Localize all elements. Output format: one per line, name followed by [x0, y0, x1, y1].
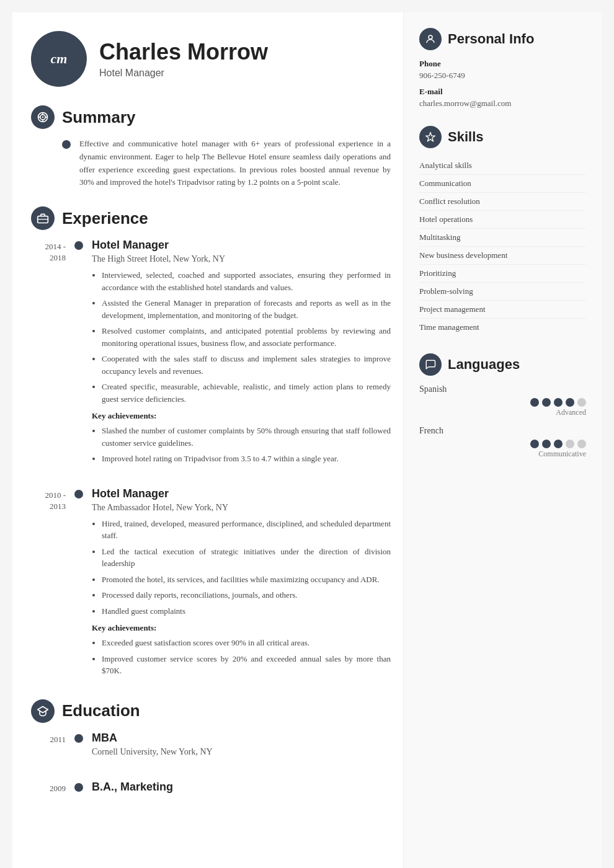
target-icon [37, 111, 49, 123]
graduation-cap-icon [37, 705, 49, 717]
summary-header: Summary [31, 105, 391, 129]
summary-title: Summary [62, 108, 136, 127]
avatar-initials: cm [51, 51, 68, 67]
dot-empty [577, 398, 586, 407]
exp2-achievements-label: Key achievements: [92, 623, 391, 633]
resume-page: cm Charles Morrow Hotel Manager [12, 12, 602, 868]
language-dots [419, 440, 586, 448]
languages-list: SpanishAdvancedFrenchCommunicative [419, 384, 586, 459]
experience-title: Experience [62, 209, 148, 228]
right-column: Personal Info Phone 906-250-6749 E-mail … [403, 12, 602, 868]
dot-filled [542, 440, 551, 448]
job-title: Hotel Manager [99, 68, 268, 79]
edu1-title: MBA [92, 732, 391, 745]
svg-point-2 [42, 117, 44, 118]
exp2-bullet-2: Led the tactical execution of strategic … [102, 546, 391, 570]
email-value: charles.morrow@gmail.com [419, 99, 586, 108]
exp2-content: Hotel Manager The Ambassador Hotel, New … [92, 487, 391, 681]
education-title: Education [62, 701, 140, 720]
language-level: Advanced [419, 408, 586, 417]
dot-filled [542, 398, 551, 407]
exp1-bullet-4: Cooperated with the sales staff to discu… [102, 353, 391, 377]
email-label: E-mail [419, 87, 586, 97]
speech-icon [425, 359, 436, 370]
experience-item-1: 2014 - 2018 Hotel Manager The High Stree… [31, 239, 391, 469]
skill-item: Hotel operations [419, 211, 586, 229]
dot-empty [566, 440, 574, 448]
person-icon [425, 33, 436, 45]
exp2-achievements: Exceeded guest satisfaction scores over … [92, 637, 391, 677]
skill-item: Analytical skills [419, 157, 586, 175]
personal-info-title: Personal Info [448, 31, 534, 47]
skills-header: Skills [419, 126, 586, 148]
language-name: Spanish [419, 384, 586, 394]
star-icon [425, 131, 436, 143]
languages-title: Languages [448, 356, 520, 373]
skill-item: Prioritizing [419, 265, 586, 283]
exp2-bullet-4: Processed daily reports, reconciliations… [102, 589, 391, 601]
exp1-bullet-2: Assisted the General Manager in preparat… [102, 297, 391, 321]
full-name: Charles Morrow [99, 39, 268, 65]
exp1-bullets: Interviewed, selected, coached and suppo… [92, 269, 391, 405]
summary-text: Effective and communicative hotel manage… [79, 138, 391, 189]
dot-filled [530, 398, 539, 407]
exp2-bullet-3: Promoted the hotel, its services, and fa… [102, 574, 391, 586]
svg-point-10 [429, 35, 432, 39]
edu1-dot [74, 734, 83, 743]
edu2-content: B.A., Marketing [92, 781, 391, 796]
skill-item: Time management [419, 319, 586, 336]
education-item-1: 2011 MBA Cornell University, New York, N… [31, 732, 391, 762]
exp2-company: The Ambassador Hotel, New York, NY [92, 503, 391, 513]
exp1-bullet-3: Resolved customer complaints, and antici… [102, 325, 391, 349]
skill-item: Conflict resolution [419, 193, 586, 211]
language-item: FrenchCommunicative [419, 426, 586, 459]
exp2-bullets: Hired, trained, developed, measured perf… [92, 518, 391, 618]
exp1-bullet-5: Created specific, measurable, achievable… [102, 381, 391, 405]
edu1-content: MBA Cornell University, New York, NY [92, 732, 391, 762]
exp1-dot [74, 241, 83, 250]
exp1-title: Hotel Manager [92, 239, 391, 252]
summary-section: Summary Effective and communicative hote… [31, 105, 391, 189]
experience-section: Experience 2014 - 2018 Hotel Manager The… [31, 206, 391, 681]
skills-title: Skills [448, 129, 483, 145]
education-section: Education 2011 MBA Cornell University, N… [31, 699, 391, 796]
education-item-2: 2009 B.A., Marketing [31, 781, 391, 796]
experience-item-2: 2010 - 2013 Hotel Manager The Ambassador… [31, 487, 391, 681]
phone-label: Phone [419, 59, 586, 69]
skill-item: Communication [419, 175, 586, 193]
exp2-bullet-1: Hired, trained, developed, measured perf… [102, 518, 391, 542]
exp1-content: Hotel Manager The High Street Hotel, New… [92, 239, 391, 469]
skill-item: Problem-solving [419, 283, 586, 301]
experience-icon [31, 206, 55, 230]
skill-item: Multitasking [419, 229, 586, 247]
languages-header: Languages [419, 353, 586, 376]
personal-info-section: Personal Info Phone 906-250-6749 E-mail … [419, 28, 586, 108]
dot-filled [554, 398, 563, 407]
education-header: Education [31, 699, 391, 723]
exp1-achievements-label: Key achievements: [92, 411, 391, 421]
skills-icon [419, 126, 442, 148]
header-text: Charles Morrow Hotel Manager [99, 39, 268, 79]
exp2-ach-2: Improved customer service scores by 20% … [102, 653, 391, 677]
exp2-title: Hotel Manager [92, 487, 391, 500]
personal-info-header: Personal Info [419, 28, 586, 50]
exp2-date: 2010 - 2013 [31, 487, 74, 512]
summary-icon [31, 105, 55, 129]
languages-icon [419, 353, 442, 376]
edu1-date: 2011 [31, 732, 74, 745]
dot-filled [554, 440, 563, 448]
language-item: SpanishAdvanced [419, 384, 586, 417]
edu1-company: Cornell University, New York, NY [92, 747, 391, 757]
exp1-achievements: Slashed the number of customer complaint… [92, 425, 391, 465]
left-column: cm Charles Morrow Hotel Manager [12, 12, 403, 868]
resume-header: cm Charles Morrow Hotel Manager [31, 31, 391, 87]
skill-item: Project management [419, 301, 586, 319]
skills-list: Analytical skillsCommunicationConflict r… [419, 157, 586, 336]
exp1-date: 2014 - 2018 [31, 239, 74, 264]
summary-dot [62, 140, 71, 149]
education-icon [31, 699, 55, 723]
experience-header: Experience [31, 206, 391, 230]
edu2-date: 2009 [31, 781, 74, 794]
skills-section: Skills Analytical skillsCommunicationCon… [419, 126, 586, 336]
avatar: cm [31, 31, 87, 87]
